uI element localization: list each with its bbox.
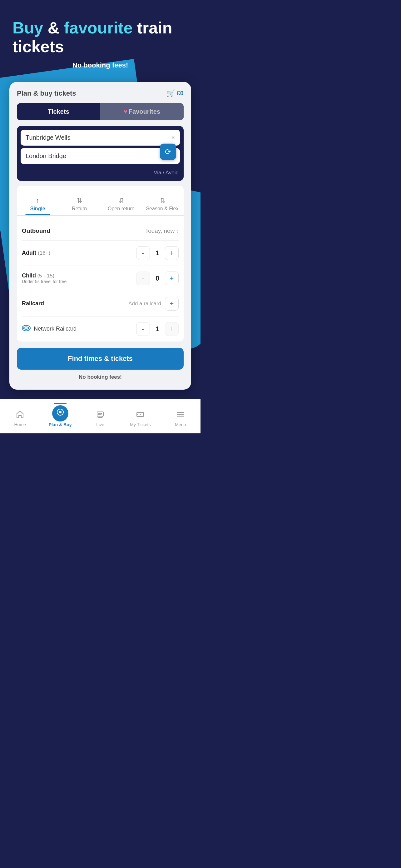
open-return-icon: ⇵	[102, 196, 140, 205]
add-railcard-text: Add a railcard	[128, 301, 161, 307]
hero-subtitle: No booking fees!	[12, 61, 188, 69]
home-icon	[15, 410, 24, 421]
adult-label-group: Adult (16+)	[22, 250, 50, 256]
adult-age-range: (16+)	[38, 250, 50, 256]
main-card: Plan & buy tickets 🛒 £0 Tickets ♥Favouri…	[9, 82, 191, 390]
child-age-range: (5 - 15)	[37, 273, 54, 279]
live-icon	[96, 410, 105, 421]
outbound-label: Outbound	[22, 227, 50, 234]
from-input[interactable]: Tunbridge Wells ×	[21, 130, 180, 146]
ticket-type-return[interactable]: ⇅ Return	[59, 191, 101, 215]
menu-icon	[176, 410, 185, 421]
ticket-type-season[interactable]: ⇅ Season & Flexi	[142, 191, 184, 215]
from-text: Tunbridge Wells	[26, 134, 70, 141]
my-tickets-label: My Tickets	[130, 422, 151, 427]
railcard-right: Add a railcard +	[128, 297, 179, 311]
outbound-row[interactable]: Outbound Today, now ›	[17, 222, 183, 240]
network-railcard-label: Network Railcard	[34, 326, 76, 332]
child-sublabel: Under 5s travel for free	[22, 279, 67, 284]
railcard-label: Railcard	[22, 300, 44, 307]
outbound-chevron-icon: ›	[176, 227, 179, 235]
add-railcard-button[interactable]: +	[165, 297, 179, 311]
hero-title-and: &	[43, 19, 64, 37]
svg-rect-6	[100, 413, 102, 414]
nav-home[interactable]: Home	[7, 410, 32, 427]
heart-icon: ♥	[124, 108, 127, 115]
hero-title-favourite: favourite	[64, 19, 133, 37]
svg-point-3	[59, 411, 62, 413]
adult-label: Adult (16+)	[22, 250, 50, 256]
hero-title: Buy & favourite train tickets	[12, 19, 188, 56]
card-header: Plan & buy tickets 🛒 £0	[17, 89, 183, 97]
adult-counter: - 1 +	[136, 246, 179, 260]
live-label: Live	[96, 422, 104, 427]
tab-favourites[interactable]: ♥Favourites	[100, 103, 183, 120]
child-decrease-button[interactable]: -	[136, 272, 150, 285]
hero-title-buy: Buy	[12, 19, 43, 37]
basket-button[interactable]: 🛒 £0	[166, 89, 183, 97]
ticket-type-section: ↑ Single ⇅ Return ⇵ Open return ⇅ Season…	[17, 186, 183, 342]
card-title: Plan & buy tickets	[17, 89, 76, 97]
network-railcard-increase-button[interactable]: +	[165, 322, 179, 336]
adult-decrease-button[interactable]: -	[136, 246, 150, 260]
network-railcard-count: 1	[154, 325, 161, 333]
my-tickets-icon	[136, 410, 144, 421]
ticket-types: ↑ Single ⇅ Return ⇵ Open return ⇅ Season…	[17, 191, 183, 216]
hero-section: Buy & favourite train tickets No booking…	[0, 0, 201, 75]
menu-label: Menu	[175, 422, 186, 427]
basket-amount: £0	[177, 90, 183, 97]
to-text: London Bridge	[26, 153, 66, 160]
via-avoid[interactable]: Via / Avoid	[21, 166, 180, 177]
child-count: 0	[154, 274, 161, 282]
nav-menu[interactable]: Menu	[168, 410, 193, 427]
plan-buy-icon	[56, 408, 64, 418]
child-label: Child (5 - 15)	[22, 273, 67, 279]
swap-button[interactable]: ⟳	[160, 144, 176, 160]
adult-increase-button[interactable]: +	[165, 246, 179, 260]
no-booking-fees-text: No booking fees!	[17, 374, 183, 380]
svg-point-9	[140, 414, 141, 415]
plan-buy-circle	[52, 405, 68, 422]
ticket-type-single[interactable]: ↑ Single	[17, 191, 59, 215]
find-tickets-button[interactable]: Find times & tickets	[17, 348, 183, 370]
outbound-time: Today, now ›	[145, 227, 179, 235]
railcard-add-row: Railcard Add a railcard +	[17, 291, 183, 316]
child-increase-button[interactable]: +	[165, 272, 179, 285]
svg-rect-5	[98, 413, 100, 415]
svg-rect-4	[97, 412, 103, 416]
main-tabs: Tickets ♥Favourites	[17, 103, 183, 120]
season-icon: ⇅	[144, 196, 182, 205]
network-railcard-row: Network Railcard - 1 +	[17, 316, 183, 342]
adult-count: 1	[154, 249, 161, 257]
return-icon: ⇅	[61, 196, 99, 205]
swap-icon: ⟳	[165, 147, 171, 156]
network-railcard-left: Network Railcard	[22, 325, 76, 333]
plan-buy-indicator	[54, 403, 67, 404]
basket-icon: 🛒	[166, 89, 175, 97]
national-rail-icon	[22, 325, 31, 333]
child-counter: - 0 +	[136, 272, 179, 285]
clear-from-icon[interactable]: ×	[171, 134, 175, 141]
adult-row: Adult (16+) - 1 +	[17, 241, 183, 266]
tab-tickets[interactable]: Tickets	[17, 103, 100, 120]
network-railcard-counter: - 1 +	[136, 322, 179, 336]
svg-rect-7	[100, 414, 101, 415]
ticket-type-open-return[interactable]: ⇵ Open return	[100, 191, 142, 215]
nav-my-tickets[interactable]: My Tickets	[128, 410, 153, 427]
nav-plan-buy[interactable]: Plan & Buy	[48, 403, 73, 427]
child-row: Child (5 - 15) Under 5s travel for free …	[17, 266, 183, 291]
nav-live[interactable]: Live	[88, 410, 113, 427]
bottom-nav: Home Plan & Buy	[0, 399, 201, 433]
search-section: Tunbridge Wells × ⟳ London Bridge × Via …	[17, 126, 183, 181]
single-icon: ↑	[19, 196, 57, 205]
network-railcard-decrease-button[interactable]: -	[136, 322, 150, 336]
child-label-group: Child (5 - 15) Under 5s travel for free	[22, 273, 67, 284]
passengers-section: Adult (16+) - 1 + Child	[17, 241, 183, 342]
plan-buy-label: Plan & Buy	[49, 422, 72, 427]
to-input[interactable]: London Bridge ×	[21, 148, 180, 164]
home-label: Home	[14, 422, 26, 427]
